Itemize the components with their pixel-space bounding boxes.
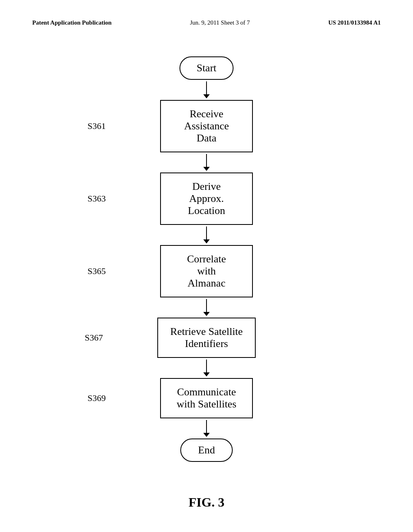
step-label-s367: S367 (85, 332, 103, 343)
step-s365: CorrelatewithAlmanac (160, 245, 253, 297)
publication-label: Patent Application Publication (32, 19, 112, 26)
arrow-5 (203, 358, 210, 378)
start-node: Start (179, 56, 233, 80)
arrow-3 (203, 225, 210, 245)
arrow-4 (203, 297, 210, 318)
figure-caption: FIG. 3 (0, 495, 413, 510)
step-row-s363: S363 DeriveApprox.Location (160, 172, 253, 225)
step-label-s363: S363 (88, 193, 106, 204)
arrow-6 (203, 418, 210, 438)
step-label-s361: S361 (88, 121, 106, 131)
arrow-2 (203, 152, 210, 172)
arrow-1 (203, 80, 210, 100)
step-row-s369: S369 Communicatewith Satellites (160, 378, 253, 418)
step-s369: Communicatewith Satellites (160, 378, 253, 418)
end-node: End (180, 438, 233, 462)
flowchart: Start S361 ReceiveAssistanceData S363 De… (0, 56, 413, 462)
step-label-s369: S369 (88, 393, 106, 403)
date-sheet-label: Jun. 9, 2011 Sheet 3 of 7 (190, 19, 250, 26)
step-row-s365: S365 CorrelatewithAlmanac (160, 245, 253, 297)
step-row-s367: S367 Retrieve SatelliteIdentifiers (157, 318, 256, 358)
page-header: Patent Application Publication Jun. 9, 2… (0, 19, 413, 26)
patent-number-label: US 2011/0133984 A1 (328, 19, 381, 26)
step-label-s365: S365 (88, 266, 106, 276)
step-s367: Retrieve SatelliteIdentifiers (157, 318, 256, 358)
step-s361: ReceiveAssistanceData (160, 100, 253, 152)
step-s363: DeriveApprox.Location (160, 172, 253, 225)
step-row-s361: S361 ReceiveAssistanceData (160, 100, 253, 152)
